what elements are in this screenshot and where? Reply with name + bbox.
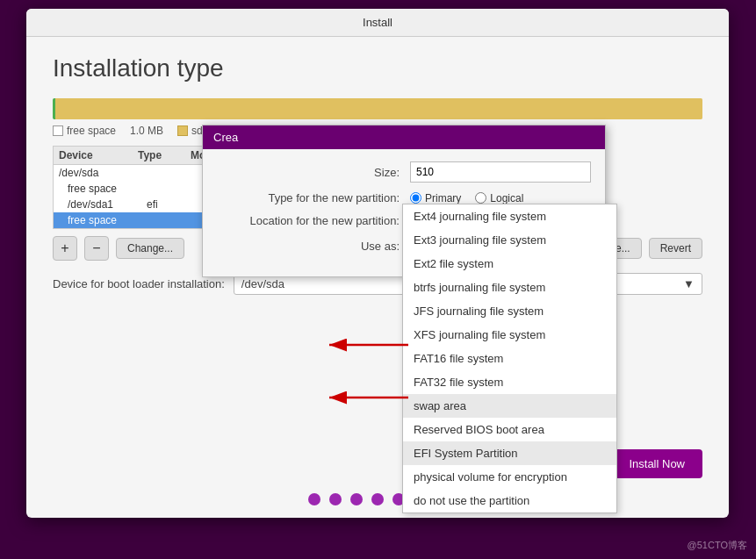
type-primary-label[interactable]: Primary	[410, 192, 461, 204]
row1-device: free space	[68, 183, 147, 195]
main-window: Install Installation type free space 1.0…	[26, 9, 729, 518]
type-logical-text: Logical	[490, 192, 523, 204]
size-input[interactable]	[410, 161, 591, 183]
free-size-text: 1.0 MB	[130, 125, 163, 137]
dropdown-item-xfs[interactable]: XFS journaling file system	[403, 323, 616, 347]
legend-free-box	[53, 125, 63, 136]
label-free-text: free space	[67, 125, 116, 137]
legend-sda1-box	[177, 125, 188, 136]
type-radio-group: Primary Logical	[410, 192, 523, 204]
label-free-size: 1.0 MB	[130, 125, 163, 137]
type-row: Type for the new partition: Primary Logi…	[217, 191, 591, 204]
device-value: /dev/sda	[241, 277, 284, 290]
nav-dot-2[interactable]	[329, 493, 342, 505]
row2-device: /dev/sda1	[68, 198, 147, 211]
install-now-button[interactable]: Install Now	[611, 449, 702, 478]
dropdown-item-ext2[interactable]: Ext2 file system	[403, 252, 616, 276]
watermark: @51CTO博客	[688, 539, 747, 552]
type-primary-text: Primary	[425, 192, 461, 204]
dropdown-item-fat16[interactable]: FAT16 file system	[403, 347, 616, 370]
disk-bar-sda1	[55, 98, 702, 119]
dropdown-item-none[interactable]: do not use the partition	[403, 489, 616, 512]
arrow-swap-annotation	[325, 332, 413, 358]
titlebar: Install	[26, 9, 729, 37]
dropdown-item-fat32[interactable]: FAT32 file system	[403, 370, 616, 394]
type-logical-radio[interactable]	[475, 192, 486, 204]
window-title: Install	[363, 16, 392, 29]
dropdown-item-ext3[interactable]: Ext3 journaling file system	[403, 228, 616, 252]
dropdown-item-btrfs[interactable]: btrfs journaling file system	[403, 276, 616, 299]
col-device-header: Device	[59, 149, 138, 161]
size-label: Size:	[217, 166, 410, 179]
dropdown-item-jfs[interactable]: JFS journaling file system	[403, 299, 616, 323]
label-free: free space	[53, 125, 116, 137]
dropdown-item-luks[interactable]: physical volume for encryption	[403, 465, 616, 489]
type-label: Type for the new partition:	[217, 191, 410, 204]
row3-device: free space	[68, 214, 147, 226]
dropdown-item-efi[interactable]: EFI System Partition	[403, 441, 616, 465]
col-type-header: Type	[138, 149, 191, 161]
device-chevron-icon: ▼	[683, 277, 695, 290]
useas-dropdown-menu: Ext4 journaling file system Ext3 journal…	[402, 204, 617, 513]
nav-dot-4[interactable]	[371, 493, 384, 505]
useas-label: Use as:	[217, 240, 410, 253]
content-area: Installation type free space 1.0 MB sda1…	[26, 37, 729, 518]
dropdown-item-swap[interactable]: swap area	[403, 394, 616, 418]
nav-dot-1[interactable]	[308, 493, 320, 505]
revert-button[interactable]: Revert	[649, 238, 702, 259]
add-partition-button[interactable]: +	[53, 236, 77, 261]
dialog-title: Crea	[203, 125, 605, 149]
row0-device: /dev/sda	[59, 167, 138, 179]
nav-dot-3[interactable]	[350, 493, 363, 505]
dropdown-item-ext4[interactable]: Ext4 journaling file system	[403, 204, 616, 228]
disk-bar	[53, 98, 702, 119]
location-label: Location for the new partition:	[217, 214, 410, 227]
row2-type: efi	[147, 198, 199, 211]
arrow-efi-annotation	[325, 384, 413, 411]
row0-type	[138, 167, 191, 179]
remove-partition-button[interactable]: −	[84, 236, 109, 261]
page-title: Installation type	[53, 54, 702, 82]
size-row: Size:	[217, 161, 591, 183]
type-logical-label[interactable]: Logical	[475, 192, 523, 204]
dropdown-item-bios-boot[interactable]: Reserved BIOS boot area	[403, 418, 616, 441]
change-partition-button[interactable]: Change...	[116, 238, 184, 259]
nav-dots	[26, 493, 729, 505]
device-label: Device for boot loader installation:	[53, 277, 225, 290]
type-primary-radio[interactable]	[410, 192, 421, 204]
